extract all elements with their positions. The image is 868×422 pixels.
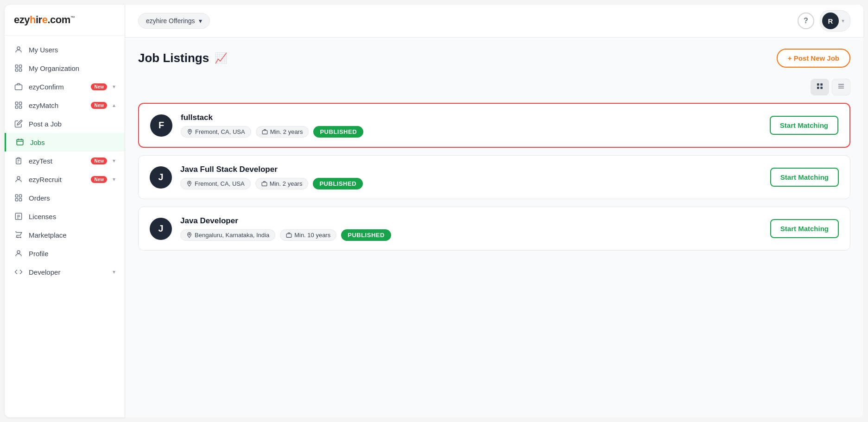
svg-rect-28: [820, 83, 823, 86]
svg-rect-14: [18, 157, 20, 159]
sidebar: ezyhire.com™ My Users My Organization ez…: [5, 5, 125, 417]
sidebar-item-jobs[interactable]: Jobs: [5, 133, 125, 151]
job-info: Java Developer Bengaluru, Karnataka, Ind…: [180, 216, 762, 241]
experience-pill: Min. 10 years: [280, 229, 336, 241]
start-matching-button[interactable]: Start Matching: [770, 116, 838, 135]
sidebar-item-orders-label: Orders: [29, 194, 115, 202]
svg-rect-39: [286, 234, 291, 238]
svg-rect-20: [15, 199, 18, 201]
status-badge: PUBLISHED: [313, 126, 363, 138]
start-matching-button[interactable]: Start Matching: [770, 219, 839, 238]
svg-point-38: [189, 234, 190, 235]
page-title: Job Listings: [138, 51, 209, 65]
offerings-label: ezyhire Offerings: [146, 17, 195, 25]
briefcase-icon: [14, 82, 23, 91]
ezy-recruit-chevron-icon: ▾: [113, 176, 115, 183]
svg-point-26: [17, 251, 20, 253]
topbar: ezyhire Offerings ▾ ? R ▾: [125, 5, 863, 38]
user-chevron-icon: ▾: [842, 18, 844, 24]
svg-point-36: [189, 183, 190, 184]
sidebar-item-ezy-confirm[interactable]: ezyConfirm New ▾: [5, 77, 125, 96]
job-title: Java Full Stack Developer: [180, 165, 762, 174]
marketplace-icon: [14, 230, 23, 239]
sidebar-item-developer-label: Developer: [29, 268, 107, 276]
job-avatar: J: [150, 166, 172, 189]
svg-rect-6: [15, 102, 18, 104]
user-icon: [14, 45, 23, 54]
sidebar-item-ezy-recruit[interactable]: ezyRecruit New ▾: [5, 170, 125, 189]
job-info: fullstack Fremont, CA, USA Min. 2 years …: [181, 113, 761, 138]
sidebar-item-ezy-confirm-label: ezyConfirm: [29, 83, 83, 91]
briefcase-icon: [262, 129, 268, 135]
location-icon: [186, 181, 192, 187]
svg-rect-21: [19, 199, 22, 201]
org-icon: [14, 63, 23, 73]
sidebar-item-post-a-job[interactable]: Post a Job: [5, 114, 125, 133]
orders-icon: [14, 193, 23, 202]
svg-rect-30: [820, 87, 823, 89]
sidebar-item-ezy-match[interactable]: ezyMatch New ▴: [5, 96, 125, 114]
help-button[interactable]: ?: [798, 13, 814, 29]
sidebar-item-ezy-test[interactable]: ezyTest New ▾: [5, 151, 125, 170]
svg-point-17: [17, 176, 20, 179]
job-list: F fullstack Fremont, CA, USA Min. 2 year…: [138, 103, 850, 251]
job-title: Java Developer: [180, 216, 762, 226]
avatar: R: [822, 13, 839, 29]
logo-area: ezyhire.com™: [5, 14, 125, 36]
ezy-test-badge: New: [91, 157, 107, 164]
sidebar-item-marketplace[interactable]: Marketplace: [5, 226, 125, 244]
list-view-button[interactable]: [832, 79, 850, 95]
sidebar-item-developer[interactable]: Developer ▾: [5, 263, 125, 281]
job-avatar: J: [150, 218, 172, 240]
grid-icon: [14, 101, 23, 110]
job-avatar: F: [150, 114, 172, 137]
svg-point-34: [189, 131, 190, 132]
svg-rect-2: [19, 65, 22, 67]
location-icon: [187, 129, 193, 135]
test-icon: [14, 156, 23, 165]
ezy-recruit-badge: New: [91, 176, 107, 183]
offerings-dropdown[interactable]: ezyhire Offerings ▾: [138, 13, 210, 29]
sidebar-item-my-users-label: My Users: [29, 46, 115, 54]
svg-rect-10: [17, 139, 23, 145]
user-menu[interactable]: R ▾: [820, 10, 850, 31]
sidebar-item-profile-label: Profile: [29, 250, 115, 258]
sidebar-item-my-organization[interactable]: My Organization: [5, 59, 125, 77]
briefcase-icon: [286, 232, 292, 238]
ezy-match-chevron-icon: ▴: [113, 102, 115, 108]
svg-point-0: [17, 47, 20, 50]
edit-icon: [14, 119, 23, 128]
svg-rect-4: [19, 69, 22, 71]
sidebar-item-licenses[interactable]: Licenses: [5, 207, 125, 226]
experience-pill: Min. 2 years: [256, 126, 309, 138]
ezy-test-chevron-icon: ▾: [113, 157, 115, 164]
post-new-job-button[interactable]: + Post New Job: [777, 49, 850, 68]
job-meta: Bengaluru, Karnataka, India Min. 10 year…: [180, 229, 762, 241]
svg-rect-35: [262, 131, 267, 134]
location-pill: Fremont, CA, USA: [181, 126, 251, 138]
sidebar-item-orders[interactable]: Orders: [5, 189, 125, 207]
sidebar-item-marketplace-label: Marketplace: [29, 231, 115, 239]
page-title-area: Job Listings 📈: [138, 51, 227, 65]
svg-rect-27: [817, 83, 819, 86]
help-icon: ?: [804, 17, 808, 25]
briefcase-icon: [261, 181, 267, 187]
logo: ezyhire.com™: [14, 14, 115, 26]
start-matching-button[interactable]: Start Matching: [770, 168, 839, 187]
svg-rect-8: [15, 106, 18, 108]
content-area: Job Listings 📈 + Post New Job F: [125, 38, 863, 417]
page-header: Job Listings 📈 + Post New Job: [138, 49, 850, 68]
sidebar-item-profile[interactable]: Profile: [5, 244, 125, 263]
jobs-icon: [15, 138, 25, 147]
sidebar-item-my-users[interactable]: My Users: [5, 40, 125, 59]
sidebar-item-post-a-job-label: Post a Job: [29, 120, 115, 128]
sidebar-item-ezy-test-label: ezyTest: [29, 157, 83, 165]
status-badge: PUBLISHED: [313, 178, 363, 189]
sidebar-item-licenses-label: Licenses: [29, 213, 115, 220]
svg-rect-5: [15, 85, 22, 90]
job-meta: Fremont, CA, USA Min. 2 years PUBLISHED: [181, 126, 761, 138]
grid-view-button[interactable]: [811, 79, 829, 95]
grid-view-icon: [816, 82, 824, 92]
job-meta: Fremont, CA, USA Min. 2 years PUBLISHED: [180, 178, 762, 189]
sidebar-item-ezy-recruit-label: ezyRecruit: [29, 176, 83, 183]
